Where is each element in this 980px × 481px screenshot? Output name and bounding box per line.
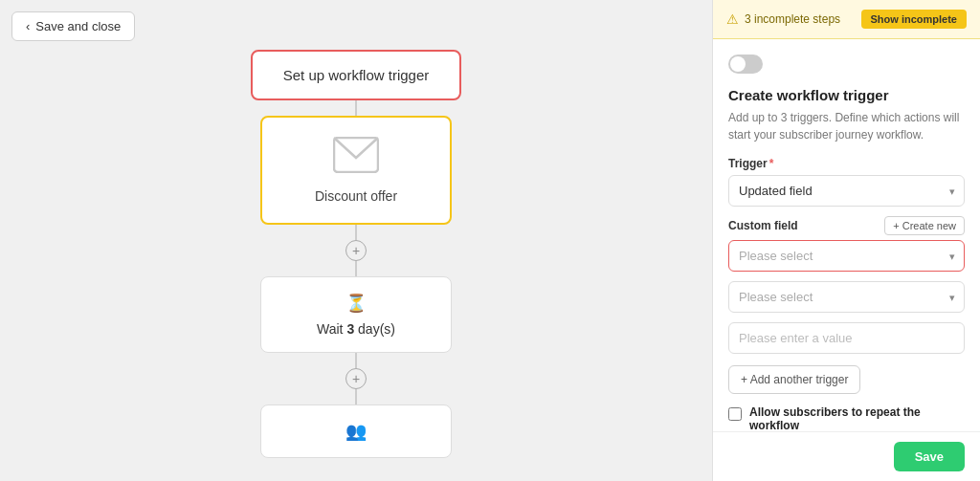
connector-line-5 bbox=[355, 389, 357, 404]
partial-box[interactable]: 👥 bbox=[260, 404, 452, 458]
workflow-toggle[interactable] bbox=[728, 55, 763, 74]
connector-line-3 bbox=[355, 261, 357, 276]
trigger-form-label: Trigger * bbox=[728, 157, 965, 170]
canvas-area: ‹ Save and close Set up workflow trigger… bbox=[0, 0, 712, 481]
custom-field-label: Custom field bbox=[728, 219, 798, 232]
warning-message: 3 incomplete steps bbox=[745, 12, 840, 26]
allow-repeat-row: Allow subscribers to repeat the workflow… bbox=[728, 405, 965, 431]
toggle-row bbox=[728, 55, 965, 74]
custom-field-select[interactable]: Please select bbox=[728, 240, 965, 272]
warning-text: ⚠ 3 incomplete steps bbox=[726, 11, 840, 27]
trigger-label: Set up workflow trigger bbox=[283, 67, 430, 83]
panel-footer: Save bbox=[713, 431, 980, 481]
connector-3: + bbox=[345, 353, 367, 404]
connector-plus-2[interactable]: + bbox=[345, 368, 367, 389]
condition-select[interactable]: Please select bbox=[728, 281, 965, 313]
wait-label: Wait 3 day(s) bbox=[317, 321, 395, 337]
panel-desc: Add up to 3 triggers. Define which actio… bbox=[728, 109, 965, 143]
warning-icon: ⚠ bbox=[726, 11, 739, 27]
back-icon: ‹ bbox=[26, 19, 30, 33]
workflow-canvas: Set up workflow trigger Discount offer + bbox=[0, 0, 712, 481]
trigger-box[interactable]: Set up workflow trigger bbox=[251, 50, 462, 100]
panel-title: Create workflow trigger bbox=[728, 87, 965, 103]
partial-icon: 👥 bbox=[345, 421, 367, 442]
show-incomplete-button[interactable]: Show incomplete bbox=[861, 10, 967, 29]
panel-content: Create workflow trigger Add up to 3 trig… bbox=[713, 39, 980, 431]
save-button[interactable]: Save bbox=[894, 442, 965, 471]
save-close-button[interactable]: ‹ Save and close bbox=[11, 11, 135, 41]
right-panel: ⚠ 3 incomplete steps Show incomplete Cre… bbox=[712, 0, 980, 481]
connector-line-1 bbox=[355, 100, 357, 116]
trigger-select[interactable]: Updated field bbox=[728, 175, 965, 207]
condition-select-wrapper: Please select ▾ bbox=[728, 281, 965, 313]
email-icon bbox=[333, 137, 379, 177]
add-trigger-label: + Add another trigger bbox=[741, 373, 848, 386]
required-marker: * bbox=[769, 157, 774, 170]
value-input[interactable] bbox=[728, 322, 965, 354]
connector-plus-1[interactable]: + bbox=[345, 240, 367, 261]
connector-2: + bbox=[345, 225, 367, 276]
allow-repeat-title: Allow subscribers to repeat the workflow bbox=[749, 405, 965, 431]
add-trigger-button[interactable]: + Add another trigger bbox=[728, 365, 860, 394]
allow-repeat-checkbox[interactable] bbox=[728, 407, 742, 421]
email-step-label: Discount offer bbox=[315, 188, 397, 204]
connector-line-4 bbox=[355, 353, 357, 368]
custom-field-select-wrapper: Please select ▾ bbox=[728, 240, 965, 272]
top-bar: ‹ Save and close bbox=[11, 11, 135, 41]
clock-icon: ⏳ bbox=[345, 293, 367, 314]
warning-bar: ⚠ 3 incomplete steps Show incomplete bbox=[713, 0, 980, 39]
save-close-label: Save and close bbox=[35, 19, 121, 33]
email-step-box[interactable]: Discount offer bbox=[260, 116, 452, 225]
wait-box[interactable]: ⏳ Wait 3 day(s) bbox=[260, 276, 452, 353]
connector-line-2 bbox=[355, 225, 357, 240]
custom-field-header: Custom field + Create new bbox=[728, 216, 965, 235]
allow-repeat-text: Allow subscribers to repeat the workflow… bbox=[749, 405, 965, 431]
create-new-button[interactable]: + Create new bbox=[884, 216, 965, 235]
trigger-select-wrapper: Updated field ▾ bbox=[728, 175, 965, 207]
connector-1 bbox=[355, 100, 357, 116]
